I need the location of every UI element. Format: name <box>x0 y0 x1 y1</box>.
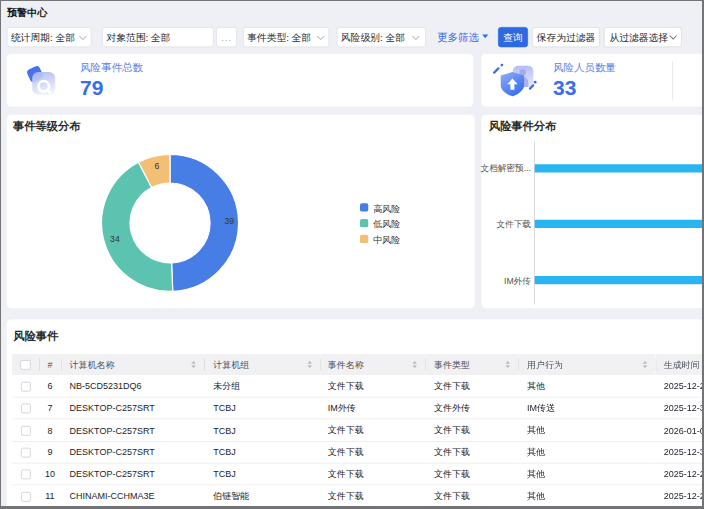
svg-text:39: 39 <box>224 216 234 226</box>
svg-text:34: 34 <box>110 234 120 244</box>
svg-text:6: 6 <box>154 161 159 171</box>
